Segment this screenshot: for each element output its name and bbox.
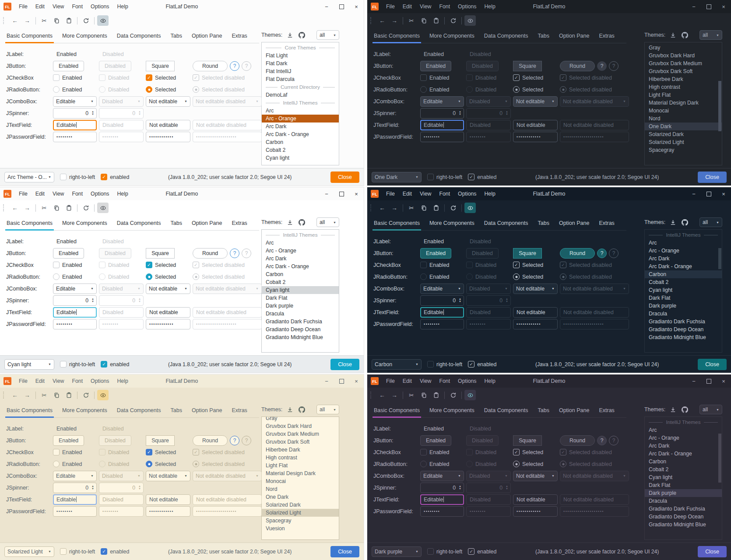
jbutton-round[interactable]: Round xyxy=(193,61,228,71)
jtextfield-editable[interactable]: Editable xyxy=(420,494,464,505)
eye-icon[interactable] xyxy=(97,390,109,400)
jradiobutton-selected[interactable]: Selected xyxy=(146,86,190,93)
tab-more-components[interactable]: More Components xyxy=(428,407,476,417)
maximize-button[interactable] xyxy=(701,187,716,200)
maximize-button[interactable] xyxy=(701,0,716,13)
theme-list-item[interactable]: Arc Dark xyxy=(262,122,339,130)
theme-list-item[interactable]: Carbon xyxy=(262,270,339,278)
theme-list-item[interactable]: Material Design Dark xyxy=(262,469,339,477)
toolbar-grip-icon[interactable] xyxy=(3,17,6,24)
back-button[interactable]: ← xyxy=(9,203,21,213)
jradiobutton-selected[interactable]: Selected xyxy=(513,461,558,467)
eye-icon[interactable] xyxy=(464,203,476,213)
jradiobutton-selected[interactable]: Selected xyxy=(146,461,190,467)
help-button[interactable]: ? xyxy=(230,61,239,71)
forward-button[interactable]: → xyxy=(21,203,33,213)
close-window-button[interactable]: × xyxy=(716,374,731,388)
theme-list-item[interactable]: Monocai xyxy=(645,107,722,115)
cut-button[interactable]: ✂ xyxy=(39,15,50,26)
back-button[interactable]: ← xyxy=(376,15,388,26)
theme-list-item[interactable]: Gradianto Deep Ocean xyxy=(645,513,722,521)
close-button[interactable]: Close xyxy=(698,546,727,557)
jradiobutton-enabled[interactable]: Enabled xyxy=(420,461,464,467)
back-button[interactable]: ← xyxy=(376,203,388,213)
theme-combo[interactable]: Carbon▼ xyxy=(372,359,422,370)
help-button[interactable]: ? xyxy=(230,436,239,445)
theme-combo[interactable]: Cyan light▼ xyxy=(4,359,54,370)
enabled-checkbox[interactable]: ✓enabled xyxy=(101,174,129,180)
tab-basic-components[interactable]: Basic Components xyxy=(373,220,421,230)
cut-button[interactable]: ✂ xyxy=(406,15,417,26)
jcheckbox-selected[interactable]: ✓Selected xyxy=(513,262,558,268)
theme-list-item[interactable]: Arc Dark xyxy=(262,255,339,262)
jcheckbox-enabled[interactable]: Enabled xyxy=(53,449,97,455)
jtextfield-not-editable[interactable]: Not editable xyxy=(146,307,190,318)
theme-list-item[interactable]: Gruvbox Dark Hard xyxy=(645,52,722,60)
cut-button[interactable]: ✂ xyxy=(39,390,50,400)
jtextfield-editable[interactable]: Editable xyxy=(420,307,464,318)
jbutton-enabled[interactable]: Enabled xyxy=(420,248,451,259)
theme-list-item[interactable]: Arc - Orange xyxy=(645,434,722,442)
maximize-button[interactable] xyxy=(701,374,716,388)
jradiobutton-selected[interactable]: Selected xyxy=(513,273,558,280)
github-icon[interactable] xyxy=(680,31,689,39)
tab-extras[interactable]: Extras xyxy=(597,33,615,43)
theme-list-item[interactable]: Arc xyxy=(262,107,339,115)
tab-option-pane[interactable]: Option Pane xyxy=(190,407,224,417)
theme-list-item[interactable]: DemoLaf xyxy=(262,91,339,99)
theme-list-item-selected[interactable]: One Dark xyxy=(645,122,722,130)
menu-edit[interactable]: Edit xyxy=(399,187,416,200)
theme-list-item[interactable]: Dark purple xyxy=(262,302,339,310)
close-window-button[interactable]: × xyxy=(716,0,731,13)
jcheckbox-enabled[interactable]: Enabled xyxy=(420,74,464,81)
theme-list-item[interactable]: Hiberbee Dark xyxy=(645,75,722,83)
theme-list-item[interactable]: High contrast xyxy=(262,454,339,462)
theme-list-item[interactable]: Carbon xyxy=(262,138,339,146)
jbutton-square[interactable]: Square xyxy=(146,248,175,259)
close-button[interactable]: Close xyxy=(698,172,727,183)
menu-view[interactable]: View xyxy=(49,374,68,388)
jtextfield-editable[interactable]: Editable xyxy=(420,120,464,130)
jbutton-square[interactable]: Square xyxy=(513,248,542,259)
theme-list-item[interactable]: Hiberbee Dark xyxy=(262,446,339,454)
menu-file[interactable]: File xyxy=(15,374,32,388)
jcombobox-editable[interactable]: Editable▼ xyxy=(53,284,97,294)
jcheckbox-enabled[interactable]: Enabled xyxy=(53,74,97,81)
menu-font[interactable]: Font xyxy=(68,374,87,388)
paste-icon[interactable] xyxy=(430,390,442,400)
menu-edit[interactable]: Edit xyxy=(32,374,49,388)
theme-list-item[interactable]: Cyan light xyxy=(262,154,339,162)
toolbar-grip-icon[interactable] xyxy=(3,392,6,399)
right-to-left-checkbox[interactable]: right-to-left xyxy=(427,174,462,180)
help-button[interactable]: ? xyxy=(597,61,607,71)
theme-list-item[interactable]: One Dark xyxy=(262,493,339,501)
tab-tabs[interactable]: Tabs xyxy=(169,33,183,43)
theme-list-item[interactable]: Light Flat xyxy=(645,91,722,99)
jcombobox-not-editable[interactable]: Not editable▼ xyxy=(146,471,190,481)
theme-list-item[interactable]: Carbon xyxy=(645,458,722,466)
jcombobox-editable[interactable]: Editable▼ xyxy=(420,471,464,481)
github-icon[interactable] xyxy=(680,218,689,227)
theme-list-item[interactable]: Nord xyxy=(645,115,722,122)
paste-icon[interactable] xyxy=(63,390,74,400)
close-window-button[interactable]: × xyxy=(349,374,364,388)
close-button[interactable]: Close xyxy=(330,172,359,183)
jspinner-enabled[interactable]: 0▲▼ xyxy=(53,108,97,119)
toolbar-grip-icon[interactable] xyxy=(3,204,6,211)
theme-list-item[interactable]: Arc Dark - Orange xyxy=(262,130,339,138)
jspinner-enabled[interactable]: 0▲▼ xyxy=(53,483,97,493)
jtextfield-not-editable[interactable]: Not editable xyxy=(513,494,558,505)
menu-file[interactable]: File xyxy=(382,374,399,388)
github-icon[interactable] xyxy=(297,31,306,39)
jpasswordfield-not-editable[interactable]: •••••••••••• xyxy=(146,506,190,517)
enabled-checkbox[interactable]: ✓enabled xyxy=(468,174,496,180)
theme-list-item[interactable]: Gradianto Deep Ocean xyxy=(262,326,339,333)
theme-list-item[interactable]: Dark Flat xyxy=(262,294,339,302)
menu-help[interactable]: Help xyxy=(113,374,132,388)
jtextfield-editable[interactable]: Editable xyxy=(53,307,97,318)
theme-list-item[interactable]: Solarized Light xyxy=(645,138,722,146)
jcheckbox-selected[interactable]: ✓Selected xyxy=(146,262,190,268)
theme-list-item[interactable]: Solarized Dark xyxy=(645,130,722,138)
theme-list-item[interactable]: Gradianto Midnight Blue xyxy=(262,333,339,341)
theme-list-item[interactable]: Arc - Orange xyxy=(645,247,722,255)
